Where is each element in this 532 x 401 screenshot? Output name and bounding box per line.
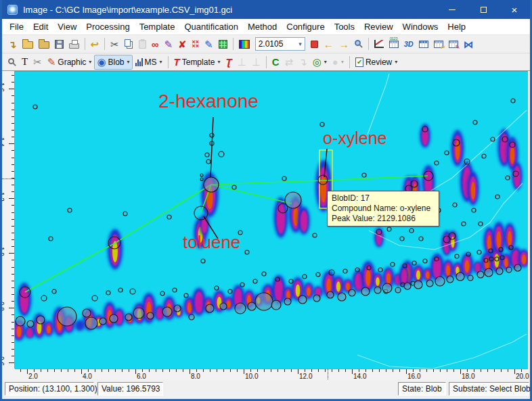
menu-review[interactable]: Review xyxy=(359,20,398,34)
menu-edit[interactable]: Edit xyxy=(28,20,53,34)
ms-tool-icon xyxy=(135,57,143,66)
stamp-text-button: ⊥ xyxy=(249,55,263,70)
toolbar-separator xyxy=(168,56,169,68)
copy-button[interactable] xyxy=(122,37,136,51)
toolbar-tools: T✂✎Graphic▾◉Blob▾MS▾TTemplate▾Ʈ⊥⊥C⇄↴◎▾●▾… xyxy=(2,53,530,71)
menu-processing[interactable]: Processing xyxy=(81,20,134,34)
minimize-button[interactable] xyxy=(437,0,468,19)
tooltip-compound-name: Compound Name: o-xylene xyxy=(332,204,435,214)
delete-blob-icon: ✘ xyxy=(178,39,187,49)
graph-view-button[interactable] xyxy=(372,37,386,51)
blob-paint-icon: ● xyxy=(332,57,338,67)
stop-button[interactable] xyxy=(308,37,321,51)
link-blobs-button[interactable]: ∞ xyxy=(149,37,162,51)
menu-quantification[interactable]: Quantification xyxy=(179,20,243,34)
toolbar-separator xyxy=(85,38,85,50)
blob-tooltip: BlobID: 17 Compound Name: o-xylene Peak … xyxy=(327,191,439,227)
menu-help[interactable]: Help xyxy=(443,20,470,34)
template-tool-button[interactable]: TTemplate▾ xyxy=(171,55,223,70)
delete-all-blobs-button[interactable]: ×× ×× xyxy=(190,37,202,51)
open-image-button[interactable] xyxy=(20,37,36,51)
close-image-button[interactable] xyxy=(36,37,52,51)
open-image-icon xyxy=(22,41,33,49)
graphic-tool-button[interactable]: ✎Graphic▾ xyxy=(45,55,95,70)
blob-tool-caret-icon[interactable]: ▾ xyxy=(127,59,130,65)
tooltip-blob-id: BlobID: 17 xyxy=(332,193,435,204)
menu-view[interactable]: View xyxy=(53,20,81,34)
combo-dropdown-icon[interactable]: ▾ xyxy=(298,41,302,47)
blob-table-button[interactable] xyxy=(416,37,431,51)
blob-tool-button[interactable]: ◉Blob▾ xyxy=(94,55,132,70)
save-image-button[interactable] xyxy=(52,37,66,51)
graphic-tool-caret-icon[interactable]: ▾ xyxy=(89,59,91,65)
template-tool-icon: T xyxy=(174,57,180,67)
y-axis-tick-label: 1.2 xyxy=(0,192,5,202)
review-caret-icon[interactable]: ▾ xyxy=(395,59,397,65)
cut-button[interactable]: ✂ xyxy=(108,37,122,51)
colormap-icon xyxy=(239,40,250,49)
edit-blob-button[interactable]: ✎ xyxy=(161,37,175,51)
review-button[interactable]: ✔Review▾ xyxy=(353,55,400,70)
menu-windows[interactable]: Windows xyxy=(398,20,443,34)
cut-icon: ✂ xyxy=(110,39,119,49)
text-tool-button[interactable]: T xyxy=(19,55,30,70)
data-table-button[interactable]: 0123 xyxy=(386,37,401,51)
compute-button[interactable] xyxy=(216,37,230,51)
back-icon: ← xyxy=(324,39,334,49)
compute-icon xyxy=(219,40,227,49)
colormap-button[interactable] xyxy=(236,37,252,51)
ms-tool-button[interactable]: MS▾ xyxy=(133,55,165,70)
chromatogram-image xyxy=(15,72,528,369)
menu-configure[interactable]: Configure xyxy=(282,20,329,34)
table-import-icon: ↩ xyxy=(434,41,443,48)
target-caret-icon[interactable]: ▾ xyxy=(324,59,327,65)
flip-view-button[interactable]: ⋈ xyxy=(461,37,476,51)
zoom-region-button[interactable] xyxy=(352,37,365,51)
menu-tools[interactable]: Tools xyxy=(330,20,359,34)
undo-button[interactable]: ↩ xyxy=(88,37,102,51)
marker-pen-button[interactable]: ✎ xyxy=(202,37,216,51)
menu-file[interactable]: File xyxy=(5,20,28,34)
zoom-level-value: 2.0105 xyxy=(259,39,284,49)
blob-paint-caret-icon[interactable]: ▾ xyxy=(341,59,344,65)
ruler-x: 2.04.06.08.010.012.014.016.018.020.0 xyxy=(15,369,528,379)
apply-template-button[interactable]: Ʈ xyxy=(223,55,234,70)
3d-view-button[interactable]: 3D xyxy=(401,37,416,51)
chromatogram-canvas[interactable]: 2-hexanone o-xylene toluene BlobID: 17 C… xyxy=(15,71,528,369)
table-edit-icon: ✎ xyxy=(449,41,458,48)
blob-tool-label: Blob xyxy=(108,57,124,67)
graphic-tool-icon: ✎ xyxy=(47,57,56,67)
target-button[interactable]: ◎▾ xyxy=(310,55,330,70)
zoom-region-icon xyxy=(355,40,361,46)
template-tool-label: Template xyxy=(182,57,215,67)
back-button[interactable]: ← xyxy=(321,37,336,51)
save-image-icon xyxy=(55,40,64,49)
import-image-icon: ↴ xyxy=(8,39,17,49)
table-edit-button[interactable]: ✎ xyxy=(446,37,461,51)
cut-graphics-button[interactable]: ✂ xyxy=(30,55,45,70)
ms-tool-label: MS xyxy=(145,57,157,67)
y-axis-tick-label: 1.6 xyxy=(0,82,5,92)
ms-tool-caret-icon[interactable]: ▾ xyxy=(160,59,162,65)
stamp-template-button: ⊥ xyxy=(235,55,249,70)
print-button[interactable] xyxy=(66,37,82,51)
stamp-text-icon: ⊥ xyxy=(252,57,261,67)
template-tool-caret-icon[interactable]: ▾ xyxy=(217,59,220,65)
delete-blob-button[interactable]: ✘ xyxy=(175,37,190,51)
delete-all-blobs-icon: ×× ×× xyxy=(192,40,200,48)
zoom-tool-button[interactable] xyxy=(5,55,19,70)
import-image-button[interactable]: ↴ xyxy=(5,37,20,51)
menu-template[interactable]: Template xyxy=(135,20,180,34)
toolbar-separator xyxy=(104,38,105,50)
forward-button[interactable]: → xyxy=(336,37,352,51)
toolbar-separator xyxy=(349,56,350,68)
compare-icon: ⇄ xyxy=(285,57,294,67)
copy-icon xyxy=(125,39,131,47)
clic-button[interactable]: C xyxy=(269,55,282,70)
menu-method[interactable]: Method xyxy=(243,20,282,34)
table-import-button[interactable]: ↩ xyxy=(431,37,446,51)
y-axis-tick-label: 0.8 xyxy=(0,302,5,311)
maximize-button[interactable] xyxy=(468,0,499,19)
zoom-level-combo[interactable]: 2.0105▾ xyxy=(255,37,305,51)
close-button[interactable]: × xyxy=(499,0,530,19)
